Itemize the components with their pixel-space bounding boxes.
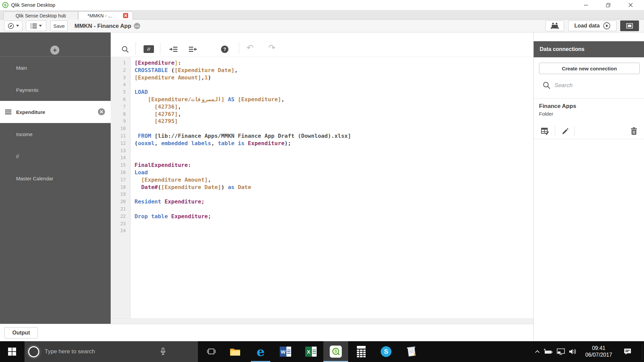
add-section-icon[interactable]: + [50,46,59,55]
editor-body[interactable]: 1[Expenditure]:2CROSSTABLE ([Expenditure… [111,57,533,318]
navigation-menu-button[interactable] [4,20,22,31]
sidebar-item-income[interactable]: Income [0,123,111,145]
code-line[interactable]: 15FinalExpenditure: [111,162,533,169]
sidebar-item-section-4[interactable]: // [0,145,111,167]
code-line[interactable]: 4 [111,81,533,88]
code-line[interactable]: 5LOAD [111,88,533,96]
line-number: 16 [111,169,130,176]
line-number: 19 [111,191,130,198]
divider [534,98,644,99]
code-line[interactable]: 10 [111,125,533,132]
taskbar-app-calculator-icon[interactable] [349,341,374,362]
taskbar-clock[interactable]: 09:41 06/07/2017 [581,341,616,362]
code-line[interactable]: 8 [42767], [111,111,533,118]
code-line[interactable]: 21 [111,205,533,213]
divider [574,126,575,136]
output-button[interactable]: Output [4,327,38,339]
close-icon [629,3,633,7]
tab-app[interactable]: *MMKN - ... [78,11,133,19]
redo-icon[interactable]: ↷ [268,44,275,52]
code-line[interactable]: 24 [111,227,533,235]
code-line[interactable]: 20Resident Expenditure; [111,198,533,205]
line-number: 14 [111,154,130,162]
taskbar-app-edge-icon[interactable]: e [248,341,273,362]
close-section-icon[interactable] [98,108,105,115]
indent-icon[interactable] [169,46,177,52]
sidebar-item-label: Expenditure [16,109,45,115]
load-data-button[interactable]: Load data [568,20,616,31]
restore-button[interactable] [600,0,616,10]
taskbar-app-file-explorer-icon[interactable] [223,341,248,362]
outdent-icon[interactable] [189,46,197,52]
connection-name[interactable]: Finance Apps [539,103,576,110]
undo-icon[interactable]: ↶ [247,44,254,52]
debug-button[interactable] [545,20,564,31]
code-line[interactable]: 12(ooxml, embedded labels, table is Expe… [111,140,533,147]
comment-toggle-icon[interactable]: // [144,45,154,53]
horizontal-scrollbar[interactable] [111,318,533,324]
taskbar-app-word-icon[interactable]: W [273,341,298,362]
code-line[interactable]: 7 [42736], [111,103,533,111]
code-line[interactable]: 22Drop table Expenditure; [111,213,533,220]
code-line[interactable]: 3[Expenditure Amount],1) [111,74,533,81]
hidden-icons-chevron-icon[interactable] [535,350,540,353]
editor-footer: Output [0,324,533,341]
create-new-connection-button[interactable]: Create new connection [539,63,640,74]
delete-connection-icon[interactable] [631,127,637,135]
taskbar-app-notepad-icon[interactable] [399,341,424,362]
volume-icon[interactable] [569,348,577,355]
code-lines[interactable]: 1[Expenditure]:2CROSSTABLE ([Expenditure… [111,59,533,235]
minimize-button[interactable] [578,0,594,10]
sidebar-item-label: Main [16,65,27,71]
code-line[interactable]: 9 [42795] [111,118,533,125]
save-button[interactable]: Save [50,20,68,31]
tab-hub[interactable]: Qlik Sense Desktop hub [3,11,78,19]
tab-app-label: *MMKN - ... [88,13,112,18]
divider [555,126,555,136]
code-line[interactable]: 11 FROM [lib://Finance Apps/MMKN Finance… [111,132,533,140]
sidebar-item-main[interactable]: Main [0,57,111,79]
microphone-icon[interactable] [160,348,166,356]
close-button[interactable] [623,0,638,10]
sidebar-item-payments[interactable]: Payments [0,79,111,101]
help-icon[interactable]: ? [221,46,228,53]
app-info-bubble-icon[interactable]: ••• [134,23,140,29]
code-line[interactable]: 18 Date#([Expenditure Date]) as Date [111,184,533,191]
sidebar-item-master-calendar[interactable]: Master Calendar [0,167,111,189]
search-placeholder: Search [554,82,573,89]
code-line[interactable]: 1[Expenditure]: [111,59,533,67]
taskbar-app-excel-icon[interactable]: X [299,341,323,362]
start-button[interactable] [5,341,19,362]
app-menu-button[interactable] [26,20,46,31]
code-line[interactable]: 14 [111,154,533,162]
taskbar-search-input[interactable]: Type here to search [24,341,198,362]
line-number: 8 [111,111,130,118]
code-line[interactable]: 17 [Expenditure Amount], [111,176,533,184]
play-circle-icon [603,22,610,29]
show-desktop-divider[interactable] [642,344,642,359]
section-menu-icon[interactable] [5,110,11,114]
sidebar-item-expenditure[interactable]: Expenditure [0,101,111,123]
data-connections-header: Data connections [534,41,644,57]
code-line[interactable]: 23 [111,220,533,228]
action-center-button[interactable] [621,341,634,362]
search-icon[interactable] [121,45,129,53]
code-line[interactable]: 6 [Expenditure/المصروفات] AS [Expenditur… [111,96,533,103]
taskbar-app-qlik-sense-icon[interactable]: S [323,341,348,362]
right-panel-toggle-button[interactable] [620,20,639,31]
network-icon[interactable] [556,348,566,355]
task-view-button[interactable] [204,341,219,362]
select-data-icon[interactable] [541,127,549,135]
main-toolbar: Save MMKN - Finance App ••• Load data [0,19,644,33]
taskbar-app-skype-icon[interactable]: S [374,341,398,362]
edit-connection-icon[interactable] [562,127,569,135]
connections-search-input[interactable]: Search [543,81,573,89]
code-line[interactable]: 19 [111,191,533,198]
battery-icon[interactable] [544,349,553,355]
code-line[interactable]: 16Load [111,169,533,176]
code-line[interactable]: 13 [111,147,533,155]
line-number: 15 [111,162,130,169]
sidebar-item-label: Income [16,131,33,137]
tab-close-icon[interactable] [123,13,128,18]
code-line[interactable]: 2CROSSTABLE ([Expenditure Date], [111,67,533,74]
